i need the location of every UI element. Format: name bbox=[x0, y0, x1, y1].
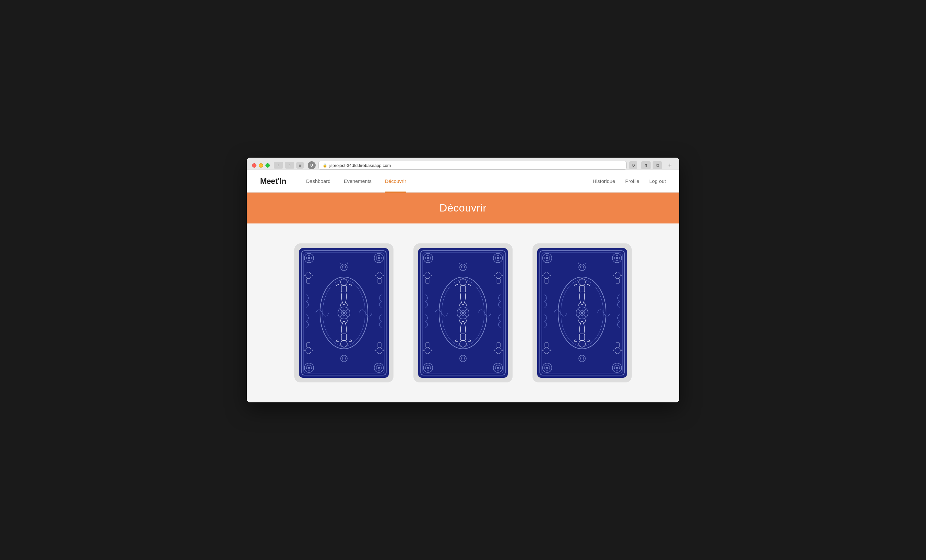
nav-links: Dashboard Evenements Découvrir bbox=[300, 170, 593, 192]
card-3 bbox=[537, 248, 627, 378]
app-logo: Meet'In bbox=[260, 177, 286, 186]
nav-right: Historique Profile Log out bbox=[593, 178, 666, 184]
nav-link-logout[interactable]: Log out bbox=[649, 178, 666, 184]
app-content: Meet'In Dashboard Evenements Découvrir H… bbox=[247, 170, 679, 403]
card-2-container[interactable] bbox=[413, 244, 513, 383]
svg-point-14 bbox=[378, 367, 380, 369]
svg-point-51 bbox=[427, 367, 429, 369]
svg-point-54 bbox=[497, 367, 499, 369]
traffic-lights bbox=[252, 163, 270, 168]
nav-link-evenements[interactable]: Evenements bbox=[337, 170, 378, 192]
svg-point-11 bbox=[308, 367, 310, 369]
orange-banner: Découvrir bbox=[247, 192, 679, 224]
cards-section bbox=[247, 224, 679, 403]
url-text: jsproject-34dfd.firebaseapp.com bbox=[329, 163, 391, 168]
duplicate-button[interactable]: ⧉ bbox=[652, 161, 662, 169]
svg-point-5 bbox=[308, 257, 310, 259]
nav-link-decouvrir[interactable]: Découvrir bbox=[378, 170, 413, 192]
card-1-container[interactable] bbox=[294, 244, 393, 383]
back-button[interactable]: ‹ bbox=[274, 162, 283, 169]
nav-link-profile[interactable]: Profile bbox=[625, 178, 639, 184]
user-badge: U bbox=[308, 161, 316, 169]
nav-buttons: ‹ › ⊟ bbox=[274, 162, 304, 169]
nav-link-dashboard[interactable]: Dashboard bbox=[300, 170, 337, 192]
svg-point-48 bbox=[497, 257, 499, 259]
card-1 bbox=[299, 248, 389, 378]
address-bar-row: U 🔒 jsproject-34dfd.firebaseapp.com ↺ bbox=[308, 161, 637, 170]
svg-point-88 bbox=[616, 257, 618, 259]
banner-title: Découvrir bbox=[256, 202, 670, 214]
card-2 bbox=[418, 248, 508, 378]
sidebar-button[interactable]: ⊟ bbox=[297, 162, 304, 169]
lock-icon: 🔒 bbox=[323, 163, 327, 168]
reload-button[interactable]: ↺ bbox=[629, 161, 637, 169]
share-button[interactable]: ⬆ bbox=[641, 161, 651, 169]
add-tab-button[interactable]: + bbox=[666, 161, 674, 169]
close-button[interactable] bbox=[252, 163, 256, 168]
nav-link-historique[interactable]: Historique bbox=[593, 178, 615, 184]
svg-point-8 bbox=[378, 257, 380, 259]
browser-window: ‹ › ⊟ U 🔒 jsproject-34dfd.firebaseapp.co… bbox=[247, 157, 679, 403]
card-3-container[interactable] bbox=[533, 244, 632, 383]
minimize-button[interactable] bbox=[259, 163, 263, 168]
svg-point-91 bbox=[546, 367, 548, 369]
svg-point-94 bbox=[616, 367, 618, 369]
svg-point-45 bbox=[427, 257, 429, 259]
browser-chrome: ‹ › ⊟ U 🔒 jsproject-34dfd.firebaseapp.co… bbox=[247, 157, 679, 170]
forward-button[interactable]: › bbox=[285, 162, 294, 169]
address-bar[interactable]: 🔒 jsproject-34dfd.firebaseapp.com bbox=[318, 161, 626, 170]
app-navbar: Meet'In Dashboard Evenements Découvrir H… bbox=[247, 170, 679, 192]
maximize-button[interactable] bbox=[265, 163, 270, 168]
svg-point-85 bbox=[546, 257, 548, 259]
browser-actions: ⬆ ⧉ bbox=[641, 161, 662, 169]
